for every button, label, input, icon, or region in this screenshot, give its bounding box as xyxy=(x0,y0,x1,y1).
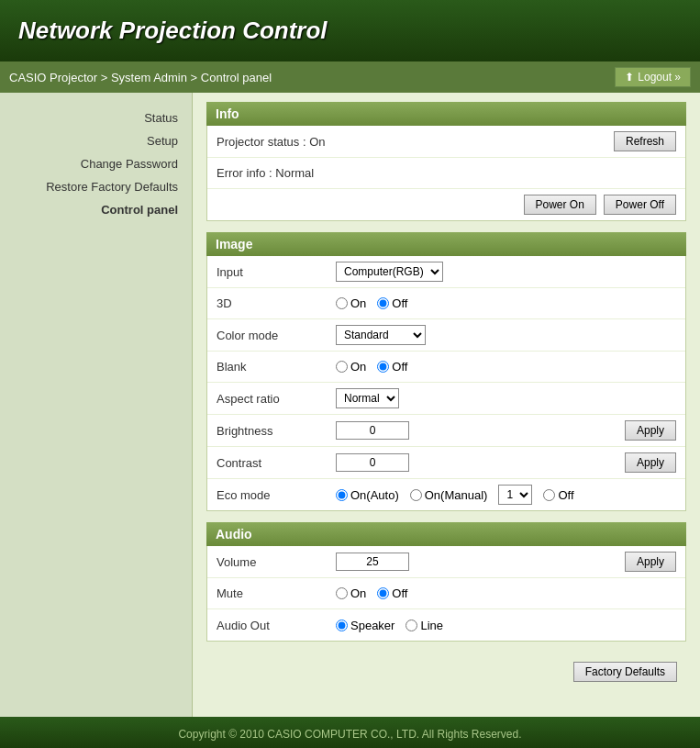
navbar: CASIO Projector > System Admin > Control… xyxy=(0,61,700,93)
eco-on-manual-option[interactable]: On(Manual) xyxy=(410,488,488,502)
eco-level-select[interactable]: 1 2 3 xyxy=(498,485,532,505)
footer: Copyright © 2010 CASIO COMPUTER CO., LTD… xyxy=(0,717,700,748)
blank-label: Blank xyxy=(217,360,336,374)
logout-button[interactable]: ⬆ Logout » xyxy=(615,67,691,87)
power-on-button[interactable]: Power On xyxy=(524,195,596,215)
aspect-ratio-select[interactable]: Normal 4:3 16:9 16:10 xyxy=(336,388,399,408)
sidebar-item-setup[interactable]: Setup xyxy=(0,129,192,152)
blank-on-option[interactable]: On xyxy=(336,360,366,374)
sidebar-item-control-panel[interactable]: Control panel xyxy=(0,198,192,221)
volume-apply-button[interactable]: Apply xyxy=(625,552,676,572)
mute-radio-group: On Off xyxy=(336,586,676,600)
content-area: Info Projector status : On Refresh Error… xyxy=(193,93,700,717)
volume-input[interactable] xyxy=(336,553,409,571)
input-select[interactable]: Computer(RGB) Video S-Video HDMI xyxy=(336,262,443,282)
eco-off-option[interactable]: Off xyxy=(543,488,573,502)
eco-mode-radio-group: On(Auto) On(Manual) 1 2 3 Off xyxy=(336,485,676,505)
color-mode-select[interactable]: Standard Presentation Theater Game sRGB xyxy=(336,325,426,345)
info-section-body: Projector status : On Refresh Error info… xyxy=(206,126,686,221)
mute-off-radio[interactable] xyxy=(377,587,389,599)
logout-arrow-icon: ⬆ xyxy=(625,71,634,84)
blank-off-label: Off xyxy=(392,360,407,374)
audio-out-row: Audio Out Speaker Line xyxy=(207,609,685,641)
aspect-ratio-row: Aspect ratio Normal 4:3 16:9 16:10 xyxy=(207,383,685,415)
eco-on-auto-label: On(Auto) xyxy=(350,488,399,502)
3d-on-label: On xyxy=(350,296,366,310)
brightness-input[interactable] xyxy=(336,421,409,440)
contrast-input[interactable] xyxy=(336,453,409,472)
3d-radio-group: On Off xyxy=(336,296,676,310)
sidebar: Status Setup Change Password Restore Fac… xyxy=(0,93,193,717)
eco-on-auto-radio[interactable] xyxy=(336,489,348,501)
header: Network Projection Control xyxy=(0,0,700,61)
sidebar-item-restore-factory-defaults[interactable]: Restore Factory Defaults xyxy=(0,175,192,198)
3d-off-label: Off xyxy=(392,296,407,310)
power-buttons-row: Power On Power Off xyxy=(207,189,685,220)
eco-mode-row: Eco mode On(Auto) On(Manual) 1 2 3 xyxy=(207,479,685,510)
mute-off-option[interactable]: Off xyxy=(377,586,407,600)
blank-off-radio[interactable] xyxy=(377,361,389,373)
mute-row: Mute On Off xyxy=(207,578,685,609)
audio-out-line-radio[interactable] xyxy=(406,620,417,631)
factory-defaults-row: Factory Defaults xyxy=(206,653,686,691)
sidebar-item-status[interactable]: Status xyxy=(0,106,192,129)
brightness-row: Brightness Apply xyxy=(207,415,685,447)
mute-on-option[interactable]: On xyxy=(336,586,366,600)
refresh-button[interactable]: Refresh xyxy=(614,131,676,151)
audio-out-line-label: Line xyxy=(420,619,443,632)
contrast-apply-button[interactable]: Apply xyxy=(625,452,676,473)
aspect-ratio-value: Normal 4:3 16:9 16:10 xyxy=(336,388,676,408)
image-section-header: Image xyxy=(206,232,686,256)
mute-on-label: On xyxy=(350,586,366,600)
brightness-apply-button[interactable]: Apply xyxy=(625,420,676,441)
app-title: Network Projection Control xyxy=(18,17,682,45)
info-section-header: Info xyxy=(206,102,686,126)
3d-off-option[interactable]: Off xyxy=(377,296,407,310)
projector-status-text: Projector status : On xyxy=(217,135,326,149)
copyright-text: Copyright © 2010 CASIO COMPUTER CO., LTD… xyxy=(178,728,521,741)
color-mode-label: Color mode xyxy=(217,329,336,342)
audio-out-label: Audio Out xyxy=(217,619,336,632)
audio-out-radio-group: Speaker Line xyxy=(336,619,676,632)
color-mode-row: Color mode Standard Presentation Theater… xyxy=(207,319,685,352)
blank-row: Blank On Off xyxy=(207,352,685,383)
eco-off-radio[interactable] xyxy=(543,489,555,501)
image-section-body: Input Computer(RGB) Video S-Video HDMI 3… xyxy=(206,256,686,511)
mute-label: Mute xyxy=(217,586,336,600)
main-layout: Status Setup Change Password Restore Fac… xyxy=(0,93,700,717)
3d-off-radio[interactable] xyxy=(377,297,389,309)
brightness-value: Apply xyxy=(336,420,676,441)
blank-on-radio[interactable] xyxy=(336,361,348,373)
aspect-ratio-label: Aspect ratio xyxy=(217,392,336,406)
logout-label: Logout » xyxy=(638,71,681,84)
audio-out-line-option[interactable]: Line xyxy=(406,619,443,632)
eco-off-label: Off xyxy=(558,488,573,502)
3d-on-radio[interactable] xyxy=(336,297,348,309)
blank-off-option[interactable]: Off xyxy=(377,360,407,374)
audio-out-speaker-radio[interactable] xyxy=(336,620,348,631)
3d-label: 3D xyxy=(217,296,336,310)
color-mode-value: Standard Presentation Theater Game sRGB xyxy=(336,325,676,345)
input-value: Computer(RGB) Video S-Video HDMI xyxy=(336,262,676,282)
volume-value: Apply xyxy=(336,552,676,572)
factory-defaults-button[interactable]: Factory Defaults xyxy=(573,662,677,682)
blank-radio-group: On Off xyxy=(336,360,676,374)
input-row: Input Computer(RGB) Video S-Video HDMI xyxy=(207,256,685,288)
contrast-value: Apply xyxy=(336,452,676,473)
contrast-label: Contrast xyxy=(217,456,336,470)
volume-label: Volume xyxy=(217,555,336,569)
volume-row: Volume Apply xyxy=(207,546,685,578)
projector-status-row: Projector status : On Refresh xyxy=(207,126,685,158)
eco-on-auto-option[interactable]: On(Auto) xyxy=(336,488,399,502)
audio-section-header: Audio xyxy=(206,522,686,546)
eco-on-manual-radio[interactable] xyxy=(410,489,422,501)
sidebar-item-change-password[interactable]: Change Password xyxy=(0,152,192,175)
blank-on-label: On xyxy=(350,360,366,374)
error-info-row: Error info : Normal xyxy=(207,158,685,189)
eco-mode-label: Eco mode xyxy=(217,488,336,502)
brightness-label: Brightness xyxy=(217,424,336,438)
3d-on-option[interactable]: On xyxy=(336,296,366,310)
mute-on-radio[interactable] xyxy=(336,587,348,599)
audio-out-speaker-option[interactable]: Speaker xyxy=(336,619,394,632)
power-off-button[interactable]: Power Off xyxy=(604,195,676,215)
